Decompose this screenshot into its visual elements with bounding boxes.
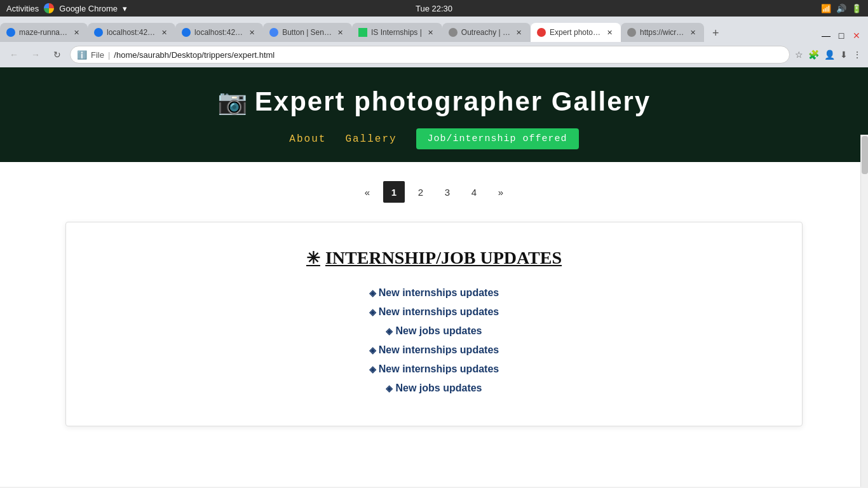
browser-wrapper: 📷 Expert photographer Gallery About Gall… (0, 67, 868, 487)
update-item-4[interactable]: ◈ New internships updates (85, 344, 783, 356)
extension-icon[interactable]: 🧩 (807, 48, 820, 61)
pagination-page-2[interactable]: 2 (410, 181, 431, 203)
update-text-1: New internships updates (379, 287, 499, 299)
tab-https[interactable]: https://wicr… ✕ (621, 23, 704, 42)
tab-favicon-internships (358, 28, 367, 37)
address-url[interactable]: /home/saurabh/Desktop/trippers/expert.ht… (114, 50, 783, 60)
scrollbar-thumb[interactable] (862, 136, 868, 174)
about-link[interactable]: About (289, 133, 326, 145)
browser-frame: maze-runna… ✕ localhost:42… ✕ localhost:… (0, 17, 868, 67)
tab-close-localhost2[interactable]: ✕ (247, 27, 257, 37)
update-item-1[interactable]: ◈ New internships updates (85, 287, 783, 299)
more-menu-icon[interactable]: ⋮ (851, 48, 863, 61)
tab-button[interactable]: Button | Sen… ✕ (263, 23, 352, 42)
reload-button[interactable]: ↻ (48, 46, 66, 64)
update-text-5: New internships updates (379, 363, 499, 375)
diamond-icon-5: ◈ (369, 364, 376, 374)
tab-favicon-outreachy (449, 28, 458, 37)
content-card: ✳ INTERNSHIP/JOB UPDATES ◈ New internshi… (65, 222, 803, 426)
tab-close-expert[interactable]: ✕ (604, 27, 614, 37)
tab-favicon-localhost1 (94, 28, 103, 37)
pagination-page-4[interactable]: 4 (463, 181, 485, 203)
tab-title-internships: IS Internships | (371, 28, 422, 37)
tab-title-localhost1: localhost:42… (107, 28, 155, 37)
pagination-prev[interactable]: « (356, 181, 378, 203)
update-list: ◈ New internships updates ◈ New internsh… (85, 287, 783, 394)
update-item-2[interactable]: ◈ New internships updates (85, 306, 783, 318)
os-datetime: Tue 22:30 (416, 4, 452, 13)
diamond-icon-4: ◈ (369, 345, 376, 355)
tab-close-internships[interactable]: ✕ (426, 27, 436, 37)
tab-title-expert: Expert photo… (550, 28, 600, 37)
diamond-icon-2: ◈ (369, 307, 376, 317)
wifi-icon: 📶 (821, 4, 831, 13)
tab-outreachy[interactable]: Outreachy | … ✕ (442, 23, 531, 42)
tab-close-maze[interactable]: ✕ (71, 27, 81, 37)
tab-favicon-button (269, 28, 278, 37)
update-text-2: New internships updates (379, 306, 499, 318)
app-name: Google Chrome (59, 4, 118, 13)
address-separator: | (108, 50, 110, 60)
tab-close-button[interactable]: ✕ (336, 27, 346, 37)
close-window-button[interactable]: ✕ (850, 29, 863, 42)
chrome-logo-icon (44, 3, 54, 13)
os-system-icons: 📶 🔊 🔋 (821, 4, 862, 13)
file-label: File (91, 50, 104, 60)
tab-favicon-https (627, 28, 636, 37)
tab-favicon-maze (6, 28, 15, 37)
update-item-3[interactable]: ◈ New jobs updates (85, 325, 783, 337)
address-bar[interactable]: ℹ️ File | /home/saurabh/Desktop/trippers… (70, 46, 790, 64)
battery-icon: 🔋 (851, 4, 862, 13)
gallery-link[interactable]: Gallery (345, 133, 397, 145)
security-icon: ℹ️ (77, 50, 87, 60)
tab-localhost1[interactable]: localhost:42… ✕ (88, 23, 175, 42)
scrollbar[interactable] (860, 135, 868, 487)
pagination-page-3[interactable]: 3 (437, 181, 458, 203)
tab-close-outreachy[interactable]: ✕ (514, 27, 524, 37)
tab-favicon-expert (537, 28, 546, 37)
minimize-button[interactable]: — (820, 29, 832, 42)
tab-title-outreachy: Outreachy | … (461, 28, 510, 37)
volume-icon: 🔊 (836, 4, 846, 13)
bookmark-icon[interactable]: ☆ (794, 48, 804, 61)
new-tab-button[interactable]: + (707, 24, 724, 42)
job-internship-button[interactable]: Job/internship offered (416, 128, 579, 149)
address-bar-row: ← → ↻ ℹ️ File | /home/saurabh/Desktop/tr… (0, 42, 868, 67)
tab-maze[interactable]: maze-runna… ✕ (0, 23, 88, 42)
update-item-6[interactable]: ◈ New jobs updates (85, 383, 783, 394)
diamond-icon-6: ◈ (386, 383, 393, 393)
tab-bar: maze-runna… ✕ localhost:42… ✕ localhost:… (0, 17, 868, 42)
site-title: 📷 Expert photographer Gallery (13, 86, 855, 117)
tab-title-maze: maze-runna… (19, 28, 67, 37)
back-button[interactable]: ← (5, 46, 23, 64)
tab-title-https: https://wicr… (640, 28, 684, 37)
page-content: 📷 Expert photographer Gallery About Gall… (0, 67, 868, 487)
tab-internships[interactable]: IS Internships | ✕ (352, 23, 442, 42)
pagination-next[interactable]: » (490, 181, 512, 203)
pagination-page-1[interactable]: 1 (383, 181, 405, 203)
profile-icon[interactable]: 👤 (823, 48, 836, 61)
tab-close-https[interactable]: ✕ (688, 27, 698, 37)
site-title-text: Expert photographer Gallery (255, 86, 651, 117)
camera-icon: 📷 (217, 88, 248, 116)
tab-title-localhost2: localhost:42… (194, 28, 243, 37)
maximize-button[interactable]: □ (835, 29, 848, 42)
tab-localhost2[interactable]: localhost:42… ✕ (175, 23, 263, 42)
download-icon[interactable]: ⬇ (839, 48, 849, 61)
forward-button[interactable]: → (27, 46, 44, 64)
tab-expert[interactable]: Expert photo… ✕ (531, 23, 621, 42)
diamond-icon-1: ◈ (369, 288, 376, 298)
sparkle-icon: ✳ (306, 248, 320, 268)
update-text-6: New jobs updates (395, 383, 482, 394)
pagination: « 1 2 3 4 » (0, 162, 868, 215)
site-nav: About Gallery Job/internship offered (13, 128, 855, 149)
dropdown-arrow[interactable]: ▾ (123, 4, 127, 13)
tab-close-localhost1[interactable]: ✕ (159, 27, 169, 37)
update-text-3: New jobs updates (395, 325, 482, 337)
update-item-5[interactable]: ◈ New internships updates (85, 363, 783, 375)
tab-favicon-localhost2 (182, 28, 191, 37)
os-topbar: Activities Google Chrome ▾ Tue 22:30 📶 🔊… (0, 0, 868, 17)
activities-label[interactable]: Activities (6, 4, 39, 13)
diamond-icon-3: ◈ (386, 326, 393, 336)
section-title: ✳ INTERNSHIP/JOB UPDATES (85, 248, 783, 268)
